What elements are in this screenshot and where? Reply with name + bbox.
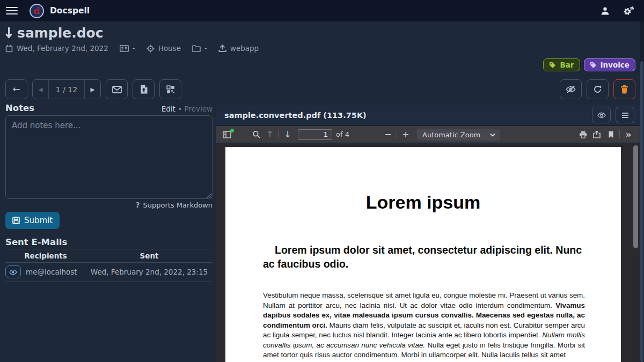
pdf-more-tools-button[interactable]: »	[621, 128, 635, 141]
pdf-page-down-button[interactable]: ↓	[281, 128, 295, 141]
download-arrow-icon	[5, 26, 12, 40]
item-folder: -	[204, 44, 207, 53]
pdf-toolbar-right: »	[576, 128, 640, 141]
top-navbar: d Docspell	[0, 0, 644, 21]
user-icon[interactable]	[601, 6, 610, 16]
document-heading: Lorem ipsum dolor sit amet, consectetur …	[263, 243, 585, 271]
item-toolbar: ← ◂ 1 / 12 ▸	[5, 79, 635, 99]
search-icon	[252, 130, 260, 138]
plus-icon: +	[402, 130, 409, 139]
page-title: sample.doc	[17, 25, 104, 41]
back-button[interactable]: ←	[5, 79, 27, 99]
tag-label: Bar	[560, 61, 574, 69]
unconfirm-button[interactable]	[560, 79, 582, 99]
markdown-hint-text: Supports Markdown	[143, 201, 213, 209]
attachment-header: sample.converted.pdf (113.75K)	[216, 105, 640, 126]
folder-icon	[192, 45, 201, 52]
pdf-bookmark-button[interactable]	[604, 128, 618, 141]
file-upload-icon	[140, 85, 148, 94]
toolbar-left: ← ◂ 1 / 12 ▸	[5, 79, 181, 99]
pdf-print-button[interactable]	[576, 128, 590, 141]
double-chevron-icon: »	[626, 129, 632, 140]
item-title-row: sample.doc	[5, 25, 104, 41]
delete-button[interactable]	[613, 79, 635, 99]
page-scrollbar-thumb[interactable]	[640, 61, 643, 362]
tag-icon	[590, 62, 597, 69]
select-view-button[interactable]	[159, 79, 181, 99]
prev-attachment-button[interactable]: ◂	[33, 80, 49, 99]
pdf-find-button[interactable]	[249, 128, 263, 141]
notes-textarea[interactable]	[5, 115, 213, 199]
pdf-zoom-out-button[interactable]: −	[381, 128, 395, 141]
pdf-scrollbar[interactable]	[633, 144, 639, 362]
pdf-page-input[interactable]	[298, 129, 332, 140]
pdf-toolbar: ↑ ↓ of 4 − + Automatic Zoom	[216, 126, 640, 143]
notes-preview-link[interactable]: Preview	[184, 105, 213, 113]
view-mail-button[interactable]	[5, 265, 21, 278]
next-attachment-button[interactable]: ▸	[84, 80, 100, 99]
document-paragraph: Vestibulum neque massa, scelerisque sit …	[263, 291, 585, 360]
menu-icon[interactable]	[6, 5, 18, 17]
mail-recipients: me@localhost	[26, 268, 77, 276]
calendar-icon	[5, 45, 13, 53]
mail-sent-date: Wed, February 2nd, 2022, 23:15	[86, 268, 213, 276]
page-scrollbar[interactable]	[640, 21, 644, 362]
brand-title: Docspell	[50, 6, 90, 16]
recipients-cell: me@localhost	[5, 265, 86, 278]
send-mail-button[interactable]	[106, 79, 128, 99]
toolbar-right	[560, 79, 635, 99]
arrow-left-icon: ←	[12, 85, 20, 94]
submit-label: Submit	[24, 216, 53, 225]
pdf-page: Lorem ipsum Lorem ipsum dolor sit amet, …	[225, 147, 621, 362]
item-concerning: House	[158, 44, 181, 53]
trash-icon	[620, 85, 628, 94]
pdf-download-button[interactable]	[590, 128, 604, 141]
docspell-logo[interactable]: d	[30, 4, 44, 18]
sent-mails-table: Recipients Sent me@localhost Wed, Februa…	[5, 249, 213, 282]
tag-icon	[549, 62, 556, 69]
table-row: me@localhost Wed, February 2nd, 2022, 23…	[5, 263, 213, 282]
tag-invoice[interactable]: Invoice	[584, 58, 636, 71]
pdf-zoom-in-button[interactable]: +	[399, 128, 413, 141]
attachment-page-indicator: 1 / 12	[49, 80, 84, 99]
tag-bar[interactable]: Bar	[543, 58, 580, 71]
pdf-sidebar-toggle-button[interactable]	[220, 128, 234, 141]
chevron-right-icon: ▸	[90, 84, 94, 94]
document-title: Lorem ipsum	[225, 192, 621, 213]
bookmark-icon	[608, 131, 614, 138]
settings-icon[interactable]	[623, 6, 634, 16]
item-correspondent: -	[133, 44, 135, 53]
pdf-page-up-button[interactable]: ↑	[263, 128, 277, 141]
attachment-header-buttons	[592, 107, 640, 123]
source-upload-icon	[218, 45, 226, 53]
eye-icon	[597, 112, 606, 119]
item-date: Wed, February 2nd, 2022	[17, 44, 108, 53]
divider	[279, 130, 279, 138]
logo-letter: d	[34, 6, 40, 16]
divider	[397, 131, 397, 139]
divider	[619, 130, 620, 138]
pdf-scrollbar-thumb[interactable]	[633, 145, 638, 248]
submit-button[interactable]: Submit	[5, 212, 60, 229]
column-header-sent: Sent	[86, 252, 213, 260]
item-source: webapp	[230, 44, 259, 53]
attachment-menu-button[interactable]	[616, 107, 634, 123]
refresh-button[interactable]	[587, 79, 609, 99]
notes-heading: Notes	[5, 103, 34, 113]
pdf-zoom-select[interactable]: Automatic Zoom	[417, 129, 500, 141]
bars-icon	[621, 112, 629, 119]
attachment-viewer-panel: sample.converted.pdf (113.75K)	[216, 105, 640, 362]
paragraph-text: Vestibulum neque massa, scelerisque sit …	[263, 291, 585, 309]
textarea-resize-handle[interactable]	[206, 192, 211, 198]
pdf-viewer-body: Lorem ipsum Lorem ipsum dolor sit amet, …	[216, 144, 640, 362]
attachment-file-label: sample.converted.pdf (113.75K)	[224, 111, 367, 120]
preview-toggle-button[interactable]	[592, 107, 611, 123]
notification-dot	[230, 129, 234, 132]
attachment-pager: ◂ 1 / 12 ▸	[32, 79, 101, 99]
add-file-button[interactable]	[133, 79, 155, 99]
save-icon	[12, 217, 20, 224]
redo-icon	[593, 85, 602, 94]
notes-edit-link[interactable]: Edit	[162, 105, 175, 113]
arrow-down-icon: ↓	[284, 130, 291, 139]
eye-icon	[9, 269, 17, 275]
